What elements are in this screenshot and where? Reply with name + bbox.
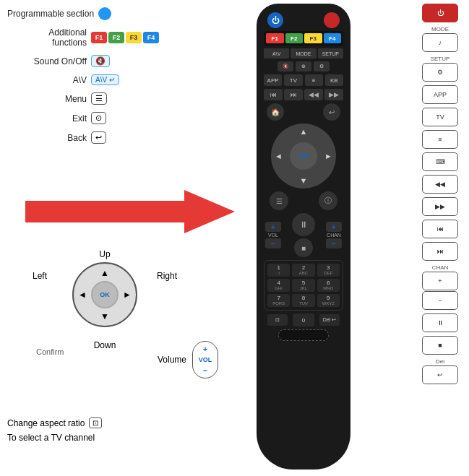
setup-btn[interactable]: SETUP: [318, 48, 343, 59]
vol-plus-btn[interactable]: +: [265, 222, 281, 232]
sidebar-mode-label: MODE: [431, 26, 449, 33]
remote-home-back-row: 🏠 ↩: [264, 103, 343, 121]
f3-button[interactable]: F3: [126, 32, 142, 43]
sidebar-chan-minus-btn[interactable]: −: [422, 291, 458, 310]
sidebar-tv-label: TV: [436, 113, 444, 121]
chan-minus-btn[interactable]: −: [326, 238, 342, 248]
sidebar-ff-btn[interactable]: ▶▶: [422, 197, 458, 216]
sidebar-rew-btn[interactable]: ◀◀: [422, 175, 458, 194]
num-6[interactable]: 6MNO: [317, 279, 340, 292]
sidebar-del-btn[interactable]: ↩: [422, 365, 458, 384]
sidebar-stop-btn[interactable]: ■: [422, 336, 458, 355]
sidebar-chan-plus-btn[interactable]: +: [422, 272, 458, 290]
remote-vol-chan-row: + VOL − ⏸ ■ + CHAN −: [264, 213, 343, 257]
sidebar-kb-icon: ⌨: [436, 158, 445, 165]
aspect-icon: ⊡: [89, 417, 102, 428]
r-ok-btn[interactable]: OK: [290, 142, 317, 170]
stop-btn[interactable]: ■: [294, 238, 313, 257]
sidebar-setup-btn[interactable]: ⚙: [422, 63, 458, 82]
f4-button[interactable]: F4: [143, 32, 159, 43]
num-7[interactable]: 7PQRS: [267, 294, 290, 307]
dpad-up-arrow: ▲: [100, 268, 109, 278]
home-btn[interactable]: 🏠: [267, 103, 284, 121]
sidebar-prev-icon: ⏮: [437, 225, 444, 233]
next-btn[interactable]: ⏭: [284, 89, 303, 100]
r-up-arrow: ▲: [300, 127, 308, 136]
programmable-badge: [98, 7, 111, 20]
kb-btn[interactable]: KB: [325, 74, 343, 86]
remote-f4[interactable]: F4: [324, 33, 342, 43]
sidebar-tv-btn[interactable]: TV: [422, 108, 458, 126]
del-btn[interactable]: Del ↩: [319, 314, 340, 326]
num-8[interactable]: 8TUV: [292, 294, 314, 307]
sidebar-mode-icon: ♪: [439, 39, 442, 46]
legend-panel: Programmable section Additionalfunctions…: [7, 7, 152, 151]
num-4[interactable]: 4GHI: [267, 279, 290, 292]
chan-plus-btn[interactable]: +: [326, 222, 342, 232]
remote-f1[interactable]: F1: [266, 33, 284, 43]
remote-control: ⏻ F1 F2 F3 F4 A\V MODE SETUP 🔇 ⊕ ⚙ APP T…: [257, 4, 350, 469]
num-2[interactable]: 2ABC: [292, 264, 314, 277]
power-red-button[interactable]: [324, 12, 340, 28]
power-row: ⏻: [264, 12, 343, 28]
tv-btn[interactable]: TV: [284, 74, 302, 86]
remote-app-tv-row: APP TV ≡ KB: [264, 74, 343, 86]
ff-btn[interactable]: ▶▶: [324, 89, 343, 100]
sidebar-play-btn[interactable]: ⏸: [422, 313, 458, 332]
sidebar-kb-btn[interactable]: ⌨: [422, 152, 458, 171]
remote-f3[interactable]: F3: [304, 33, 322, 43]
num-0[interactable]: 0: [293, 313, 314, 326]
sidebar-mode-btn[interactable]: ♪: [422, 33, 458, 52]
right-sidebar: ⏻ MODE ♪ SETUP ⚙ APP TV ≡ ⌨ ◀◀ ▶▶ ⏮ ⏭ CH…: [418, 4, 462, 384]
remote-menu-btn[interactable]: ☰: [270, 191, 288, 210]
input-btn[interactable]: ⊕: [296, 61, 311, 72]
av-mode-btn[interactable]: A\V: [264, 48, 289, 59]
sidebar-chan-label: CHAN: [432, 264, 449, 271]
remote-fn-row: F1 F2 F3 F4: [264, 31, 343, 46]
num-3[interactable]: 3DEF: [317, 264, 340, 277]
remote-numpad: 1:/ 2ABC 3DEF 4GHI 5JKL 6MNO 7PQRS 8TUV …: [264, 260, 343, 311]
remote-mode-row: A\V MODE SETUP: [264, 48, 343, 59]
sound-row: Sound On/Off 🔇: [7, 55, 152, 67]
back-remote-btn[interactable]: ↩: [323, 103, 340, 121]
tv-channel-row: To select a TV channel: [7, 433, 102, 443]
mode-btn[interactable]: MODE: [291, 48, 316, 59]
programmable-label: Programmable section: [7, 9, 94, 19]
play-pause-btn[interactable]: ⏸: [292, 213, 315, 236]
remote-info-btn[interactable]: ⓘ: [319, 191, 337, 210]
num-1[interactable]: 1:/: [267, 264, 290, 277]
sidebar-ff-icon: ▶▶: [435, 203, 445, 210]
back-row: Back ↩: [7, 131, 152, 144]
power-blue-button[interactable]: ⏻: [267, 12, 283, 28]
remote-f2[interactable]: F2: [285, 33, 304, 43]
sidebar-next-btn[interactable]: ⏭: [422, 242, 458, 261]
vol-minus-btn[interactable]: −: [265, 238, 281, 248]
prev-btn[interactable]: ⏮: [264, 89, 283, 100]
aspect-btn[interactable]: ⊡: [267, 314, 288, 326]
sidebar-prev-btn[interactable]: ⏮: [422, 220, 458, 238]
remote-media-row: ⏮ ⏭ ◀◀ ▶▶: [264, 89, 343, 100]
aspect-row: Change aspect ratio ⊡: [7, 417, 102, 428]
programmable-row: Programmable section: [7, 7, 152, 20]
num-5[interactable]: 5JKL: [292, 279, 314, 292]
remote-sm-row: 🔇 ⊕ ⚙: [264, 61, 343, 72]
av-label: A\V: [7, 75, 87, 85]
sidebar-menu-btn[interactable]: ≡: [422, 130, 458, 149]
mute-btn[interactable]: 🔇: [277, 61, 293, 72]
num-9[interactable]: 9WXYZ: [317, 294, 340, 307]
sidebar-power-btn[interactable]: ⏻: [422, 4, 458, 22]
up-label: Up: [99, 249, 110, 259]
exit-icon: ⊙: [91, 112, 106, 124]
app-btn[interactable]: APP: [264, 74, 282, 86]
f1-button[interactable]: F1: [91, 32, 107, 43]
volume-section: Volume + VOL −: [158, 341, 218, 378]
sidebar-app-btn[interactable]: APP: [422, 85, 458, 104]
remote-ir-emitter: [278, 329, 329, 341]
exit-label: Exit: [7, 113, 87, 124]
dpad-ok-center: OK: [91, 281, 119, 308]
menu-list-btn[interactable]: ≡: [305, 74, 323, 86]
rew-btn[interactable]: ◀◀: [304, 89, 323, 100]
f2-button[interactable]: F2: [108, 32, 124, 43]
sidebar-power-icon: ⏻: [437, 9, 444, 17]
settings-btn[interactable]: ⚙: [314, 61, 330, 72]
